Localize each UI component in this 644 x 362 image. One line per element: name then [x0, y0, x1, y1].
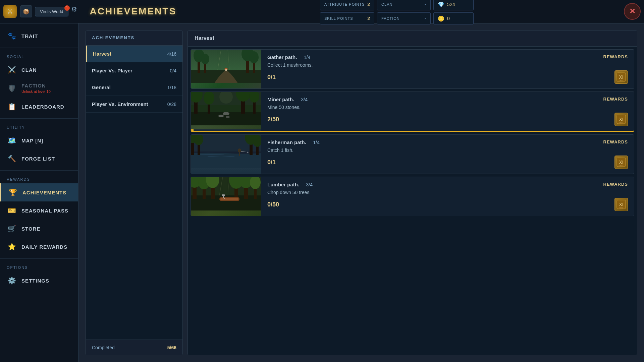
lumber-title: Lumber path. [267, 182, 299, 187]
miner-top: Miner path. 3/4 REWARDS [267, 97, 628, 103]
main-content: ACHIEVEMENTS Harvest 4/16 Player Vs. Pla… [79, 23, 644, 362]
sidebar-label-settings: SETTINGS [21, 278, 49, 284]
svg-rect-18 [191, 105, 261, 112]
clan-icon: ⚔️ [7, 65, 17, 75]
svg-point-40 [238, 148, 241, 153]
achievement-item-general[interactable]: General 1/18 [86, 79, 182, 96]
sidebar-section-utility: UTILITY [0, 121, 78, 131]
sidebar-item-clan[interactable]: ⚔️ CLAN [0, 61, 78, 79]
svg-text:500: 500 [620, 79, 623, 81]
svg-text:XI: XI [619, 74, 623, 80]
general-name: General [92, 84, 111, 90]
lumber-bottom: 0/50 XI 500 [267, 198, 628, 211]
pvp-name: Player Vs. Player [92, 68, 132, 73]
fisherman-desc: Catch 1 fish. [267, 147, 628, 153]
leaderboard-icon: 📋 [7, 102, 17, 112]
completed-label: Completed [92, 345, 115, 350]
sidebar-item-daily[interactable]: ⭐ DAILY REWARDS [0, 238, 78, 256]
sidebar-item-map[interactable]: 🗺️ MAP [N] [0, 131, 78, 149]
top-bar-center: ATTRIBUTE POINTS 2 SKILL POINTS 2 CLAN -… [176, 0, 617, 24]
svg-rect-12 [225, 69, 227, 71]
svg-point-27 [218, 115, 224, 117]
attribute-points-box: ATTRIBUTE POINTS 2 [320, 0, 374, 10]
sidebar-item-achievements[interactable]: 🏆 ACHIEVEMENTS [0, 183, 78, 201]
sidebar-item-settings[interactable]: ⚙️ SETTINGS [0, 272, 78, 290]
miner-bottom: 2/50 XI 500 [267, 113, 628, 126]
forgelist-icon: 🔨 [7, 154, 17, 164]
sidebar-item-store[interactable]: 🛒 STORE [0, 220, 78, 238]
gather-bottom: 0/1 XI 500 [267, 70, 628, 84]
seasonal-icon: 🎫 [7, 205, 17, 216]
diamond-icon: 💎 [438, 1, 444, 8]
miner-desc: Mine 50 stones. [267, 105, 628, 110]
svg-text:500: 500 [620, 207, 623, 209]
detail-card-gather: Gather path. 1/4 REWARDS Collect 1 mushr… [191, 49, 634, 89]
fisherman-title: Fisherman path. [267, 139, 306, 145]
notification-badge: 1 [64, 5, 70, 11]
daily-icon: ⭐ [7, 242, 17, 252]
faction-value: - [425, 15, 426, 21]
sidebar-label-daily: DAILY REWARDS [21, 244, 67, 250]
settings-icon-btn[interactable]: ⚙ [71, 5, 83, 17]
top-bar-right: ✕ [624, 3, 641, 20]
clan-value: - [425, 1, 426, 7]
skill-points-value: 2 [367, 16, 370, 21]
sidebar-item-forgelist[interactable]: 🔨 FORGE LIST [0, 149, 78, 168]
sidebar-item-leaderboard[interactable]: 📋 LEADERBOARD [0, 98, 78, 116]
store-icon: 🛒 [7, 224, 17, 234]
svg-rect-68 [222, 194, 225, 196]
details-header: Harvest [188, 31, 637, 47]
details-list: Gather path. 1/4 REWARDS Collect 1 mushr… [188, 47, 637, 355]
svg-point-10 [249, 51, 259, 63]
faction-label: FACTION [381, 16, 400, 20]
divider-3 [0, 170, 78, 171]
harvest-count: 4/16 [167, 51, 176, 57]
sidebar-item-seasonal[interactable]: 🎫 SEASONAL PASS [0, 201, 78, 220]
sidebar-item-faction[interactable]: 🛡️ FACTION Unlock at level 10 [0, 79, 78, 98]
achievement-item-pvp[interactable]: Player Vs. Player 0/4 [86, 62, 182, 79]
inventory-icon-btn[interactable]: 📦 [20, 5, 32, 17]
top-bar-left: ⚔ 📦 Virdis World 1 ⚙ ACHIEVEMENTS [3, 5, 176, 18]
divider-1 [0, 48, 78, 48]
skill-points-box: SKILL POINTS 2 [320, 12, 374, 24]
close-button[interactable]: ✕ [624, 3, 641, 20]
faction-icon: 🛡️ [7, 83, 17, 93]
miner-content: Miner path. 3/4 REWARDS Mine 50 stones. … [261, 92, 634, 131]
fisherman-reward-icon: XI 500 [614, 156, 628, 169]
svg-rect-66 [220, 198, 238, 200]
fisherman-content: Fisherman path. 1/4 REWARDS Catch 1 fish… [261, 135, 634, 174]
lumber-rewards-label[interactable]: REWARDS [603, 182, 628, 187]
fisherman-rewards-label[interactable]: REWARDS [603, 139, 628, 144]
pve-name: Player Vs. Environment [92, 101, 148, 107]
gather-progress: 0/1 [267, 74, 276, 81]
gather-rewards-label[interactable]: REWARDS [603, 54, 628, 59]
sidebar-item-trait[interactable]: 🐾 TRAIT [0, 27, 78, 45]
lumber-image [191, 177, 261, 216]
faction-selector-box[interactable]: FACTION - [377, 12, 431, 24]
world-tab[interactable]: Virdis World [35, 7, 68, 16]
miner-fraction: 3/4 [301, 97, 307, 102]
achievement-item-harvest[interactable]: Harvest 4/16 [86, 46, 182, 62]
clan-selector-box[interactable]: CLAN - [377, 0, 431, 10]
svg-text:XI: XI [619, 117, 623, 122]
sidebar-label-seasonal: SEASONAL PASS [21, 208, 68, 214]
svg-point-6 [201, 54, 209, 64]
miner-rewards-label[interactable]: REWARDS [603, 97, 628, 102]
miner-title: Miner path. [267, 97, 294, 102]
trait-icon: 🐾 [7, 31, 17, 41]
gather-title: Gather path. [267, 54, 297, 60]
svg-point-29 [223, 112, 229, 115]
sidebar-section-options: OPTIONS [0, 261, 78, 272]
pvp-count: 0/4 [170, 68, 176, 73]
top-bar: ⚔ 📦 Virdis World 1 ⚙ ACHIEVEMENTS ATTRIB… [0, 0, 644, 23]
sidebar-label-forgelist: FORGE LIST [21, 156, 55, 162]
currency-coin-box: 🪙 0 [433, 12, 474, 24]
coin-icon: 🪙 [438, 15, 444, 22]
achievement-item-pve[interactable]: Player Vs. Environment 0/28 [86, 96, 182, 113]
fisherman-top: Fisherman path. 1/4 REWARDS [267, 139, 628, 145]
map-icon: 🗺️ [7, 135, 17, 145]
sidebar: 🐾 TRAIT SOCIAL ⚔️ CLAN 🛡️ FACTION Unlock… [0, 23, 79, 362]
svg-text:500: 500 [620, 122, 623, 124]
app-icon: ⚔ [3, 5, 17, 18]
fisherman-bottom: 0/1 XI 500 [267, 156, 628, 169]
